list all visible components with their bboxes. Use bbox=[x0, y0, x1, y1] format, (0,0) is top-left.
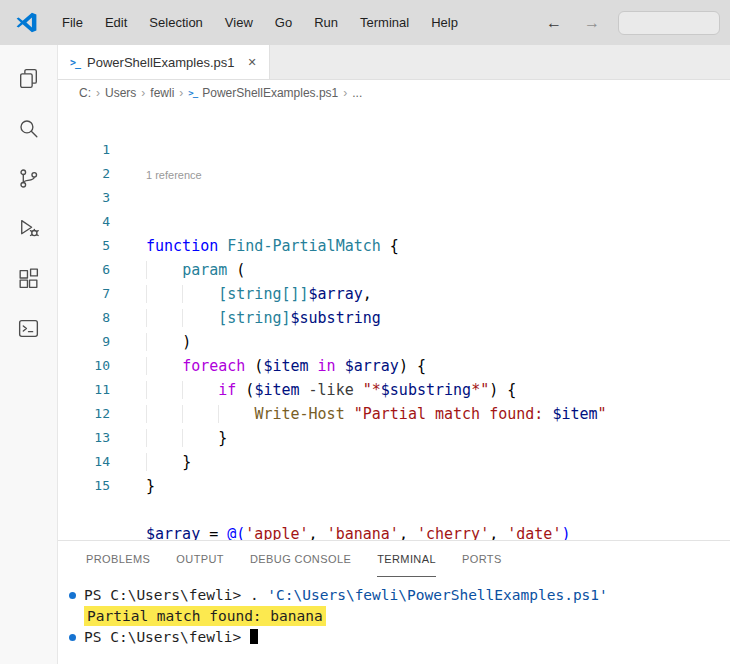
code-line-7[interactable]: if ($item -like "*$substring*") { bbox=[146, 378, 730, 402]
menu-item-help[interactable]: Help bbox=[420, 10, 469, 35]
code-area[interactable]: 1 reference function Find-PartialMatch {… bbox=[112, 118, 730, 540]
panel-tab-output[interactable]: OUTPUT bbox=[176, 541, 224, 577]
activity-bar-item-terminal[interactable] bbox=[5, 303, 53, 353]
code-token: ( bbox=[227, 261, 245, 279]
code-token: -like bbox=[309, 381, 354, 399]
activity-bar-item-extensions[interactable] bbox=[5, 253, 53, 303]
line-number: 3 bbox=[58, 186, 112, 210]
terminal-row-3: PS C:\Users\fewli> bbox=[58, 627, 730, 648]
panel-tab-ports[interactable]: PORTS bbox=[462, 541, 502, 577]
terminal-content[interactable]: PS C:\Users\fewli> . 'C:\Users\fewli\Pow… bbox=[58, 577, 730, 664]
search-icon bbox=[16, 116, 41, 141]
indent-guide bbox=[146, 381, 182, 399]
breadcrumb-drive[interactable]: C: bbox=[79, 86, 91, 100]
code-token: } bbox=[182, 453, 191, 471]
editor[interactable]: 123456789101112131415 1 reference functi… bbox=[58, 106, 730, 540]
terminal-text: PS C:\Users\fewli> bbox=[84, 627, 258, 648]
breadcrumb-fewli[interactable]: fewli bbox=[150, 86, 174, 100]
code-token bbox=[345, 405, 354, 423]
code-line-5[interactable]: ) bbox=[146, 330, 730, 354]
code-line-12[interactable] bbox=[146, 498, 730, 522]
panel-tab-bar: PROBLEMS OUTPUT DEBUG CONSOLE TERMINAL P… bbox=[58, 541, 730, 577]
terminal-text: PS C:\Users\fewli> . 'C:\Users\fewli\Pow… bbox=[84, 585, 608, 606]
codelens-reference[interactable]: 1 reference bbox=[146, 166, 730, 186]
code-token: 'cherry' bbox=[417, 525, 489, 540]
breadcrumb-filename[interactable]: PowerShellExamples.ps1 bbox=[202, 86, 338, 100]
menu-item-file[interactable]: File bbox=[51, 10, 94, 35]
command-decoration-icon[interactable] bbox=[60, 634, 84, 641]
line-number: 9 bbox=[58, 330, 112, 354]
activity-bar-item-source-control[interactable] bbox=[5, 153, 53, 203]
editor-group: >_ PowerShellExamples.ps1 ✕ C: › Users ›… bbox=[58, 45, 730, 664]
tab-close-icon[interactable]: ✕ bbox=[247, 56, 256, 69]
panel: PROBLEMS OUTPUT DEBUG CONSOLE TERMINAL P… bbox=[58, 540, 730, 664]
code-line-11[interactable]: } bbox=[146, 474, 730, 498]
code-line-4[interactable]: [string]$substring bbox=[146, 306, 730, 330]
activity-bar-item-explorer[interactable] bbox=[5, 53, 53, 103]
code-line-10[interactable]: } bbox=[146, 450, 730, 474]
command-decoration-icon[interactable] bbox=[60, 592, 84, 599]
gutter-spacer bbox=[58, 118, 112, 138]
source-control-icon bbox=[16, 166, 41, 191]
chevron-right-icon: › bbox=[141, 86, 145, 100]
editor-gutter[interactable]: 123456789101112131415 bbox=[58, 118, 112, 540]
code-token: if bbox=[218, 381, 236, 399]
panel-tab-debug-console[interactable]: DEBUG CONSOLE bbox=[250, 541, 351, 577]
line-number: 4 bbox=[58, 210, 112, 234]
code-token: $array bbox=[345, 357, 399, 375]
menu-item-go[interactable]: Go bbox=[264, 10, 303, 35]
terminal-segment: Partial match found: banana bbox=[84, 606, 326, 626]
activity-bar-item-search[interactable] bbox=[5, 103, 53, 153]
explorer-icon bbox=[16, 66, 41, 91]
terminal-segment: 'C:\Users\fewli\PowerShellExamples.ps1' bbox=[267, 587, 607, 603]
panel-tab-terminal[interactable]: TERMINAL bbox=[377, 541, 436, 577]
indent-guide bbox=[146, 453, 182, 471]
menu-item-selection[interactable]: Selection bbox=[138, 10, 213, 35]
menu-bar: File Edit Selection View Go Run Terminal… bbox=[51, 10, 469, 35]
code-token: param bbox=[182, 261, 227, 279]
forward-arrow-icon[interactable]: → bbox=[584, 14, 600, 32]
code-token bbox=[354, 381, 363, 399]
back-arrow-icon[interactable]: ← bbox=[546, 14, 562, 32]
code-token bbox=[218, 237, 227, 255]
code-token: @( bbox=[227, 525, 245, 540]
code-line-6[interactable]: foreach ($item in $array) { bbox=[146, 354, 730, 378]
menu-item-terminal[interactable]: Terminal bbox=[349, 10, 420, 35]
code-token: function bbox=[146, 237, 218, 255]
code-token: , bbox=[489, 525, 507, 540]
activity-bar-item-run-debug[interactable] bbox=[5, 203, 53, 253]
line-number: 8 bbox=[58, 306, 112, 330]
line-number: 15 bbox=[58, 474, 112, 498]
command-center-search[interactable] bbox=[618, 11, 720, 35]
code-line-13[interactable]: $array = @('apple', 'banana', 'cherry', … bbox=[146, 522, 730, 540]
tab-powershellexamples[interactable]: >_ PowerShellExamples.ps1 ✕ bbox=[58, 45, 270, 79]
code-line-1[interactable]: function Find-PartialMatch { bbox=[146, 234, 730, 258]
line-number: 7 bbox=[58, 282, 112, 306]
code-token: ) { bbox=[399, 357, 426, 375]
code-line-8[interactable]: Write-Host "Partial match found: $item" bbox=[146, 402, 730, 426]
run-debug-icon bbox=[16, 216, 41, 241]
breadcrumb-users[interactable]: Users bbox=[105, 86, 136, 100]
tab-bar[interactable]: >_ PowerShellExamples.ps1 ✕ bbox=[58, 45, 730, 80]
workbench-body: >_ PowerShellExamples.ps1 ✕ C: › Users ›… bbox=[0, 45, 730, 664]
powershell-file-icon: >_ bbox=[70, 57, 80, 68]
line-number: 10 bbox=[58, 354, 112, 378]
indent-guide bbox=[146, 429, 182, 447]
code-token: } bbox=[218, 429, 227, 447]
code-line-3[interactable]: [string[]]$array, bbox=[146, 282, 730, 306]
code-token: 'banana' bbox=[327, 525, 399, 540]
code-token: " bbox=[598, 405, 607, 423]
panel-tab-problems[interactable]: PROBLEMS bbox=[86, 541, 150, 577]
menu-item-view[interactable]: View bbox=[214, 10, 264, 35]
code-token: , bbox=[363, 285, 372, 303]
menu-item-edit[interactable]: Edit bbox=[94, 10, 138, 35]
line-number: 12 bbox=[58, 402, 112, 426]
tab-label: PowerShellExamples.ps1 bbox=[87, 55, 234, 70]
code-line-2[interactable]: param ( bbox=[146, 258, 730, 282]
code-token: , bbox=[399, 525, 417, 540]
indent-guide bbox=[146, 285, 182, 303]
vscode-logo-icon bbox=[14, 10, 39, 35]
breadcrumb-symbol[interactable]: ... bbox=[352, 86, 362, 100]
code-line-9[interactable]: } bbox=[146, 426, 730, 450]
menu-item-run[interactable]: Run bbox=[303, 10, 349, 35]
